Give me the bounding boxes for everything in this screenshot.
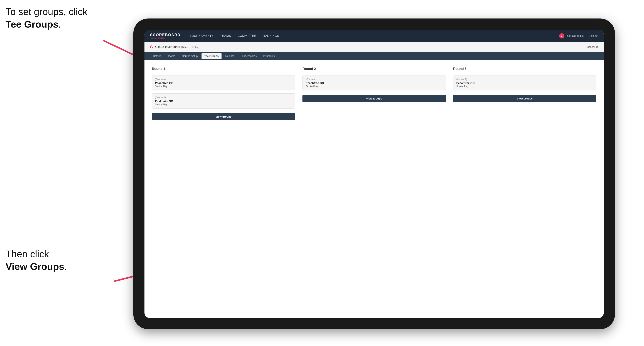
round-1-course-b-label: (Course B) [155, 96, 292, 99]
user-email: blair@clippd.io [566, 34, 584, 37]
round-1-view-groups-button[interactable]: View groups [152, 113, 295, 120]
round-2-course-a-card: (Course A) Peachtree GC Stroke Play [302, 75, 446, 90]
round-3-course-a-card: (Course A) Peachtree GC Stroke Play [453, 75, 596, 90]
instruction-bottom-line2: View Groups. [6, 260, 67, 273]
nav-logo: SCOREBOARD Powered by clippit [150, 33, 180, 39]
nav-link-committee[interactable]: COMMITTEE [238, 34, 256, 37]
round-2-view-groups-button[interactable]: View groups [302, 95, 446, 102]
tournament-title: Clippd Invitational (My... Hosting [155, 45, 587, 49]
tab-results[interactable]: Results [222, 53, 237, 59]
tab-bar: Details Teams Course Setup Tee Groups Re… [144, 52, 604, 60]
nav-logo-sub: Powered by clippit [150, 37, 180, 39]
user-avatar: B [559, 33, 564, 38]
tablet-screen: SCOREBOARD Powered by clippit TOURNAMENT… [144, 30, 604, 318]
nav-right: B blair@clippd.io | Sign out [559, 33, 598, 38]
round-3-title: Round 3 [453, 67, 596, 71]
instruction-top-line1: To set groups, click [6, 5, 88, 18]
tab-printables[interactable]: Printables [260, 53, 278, 59]
nav-link-rankings[interactable]: RANKINGS [263, 34, 279, 37]
instruction-top: To set groups, click Tee Groups. [6, 5, 88, 30]
round-3-column: Round 3 (Course A) Peachtree GC Stroke P… [453, 67, 596, 120]
instruction-bottom: Then click View Groups. [6, 248, 67, 273]
round-1-course-b-format: Stroke Play [155, 103, 292, 106]
round-1-course-b-name: East Lake GC [155, 100, 292, 103]
rounds-grid: Round 1 (Course A) Peachtree GC Stroke P… [152, 67, 596, 120]
round-1-course-a-name: Peachtree GC [155, 81, 292, 85]
round-2-title: Round 2 [302, 67, 446, 71]
nav-bar: SCOREBOARD Powered by clippit TOURNAMENT… [144, 30, 604, 42]
round-2-course-a-format: Stroke Play [306, 85, 442, 88]
instruction-top-line2: Tee Groups. [6, 18, 88, 31]
round-3-course-a-name: Peachtree GC [456, 81, 593, 85]
round-1-column: Round 1 (Course A) Peachtree GC Stroke P… [152, 67, 295, 120]
cancel-icon: ✕ [596, 45, 598, 48]
round-2-course-a-label: (Course A) [306, 78, 442, 81]
instruction-bottom-bold: View Groups [6, 261, 64, 272]
round-2-column: Round 2 (Course A) Peachtree GC Stroke P… [302, 67, 446, 120]
tablet-device: SCOREBOARD Powered by clippit TOURNAMENT… [133, 18, 615, 329]
nav-link-tournaments[interactable]: TOURNAMENTS [190, 34, 214, 37]
tab-details[interactable]: Details [150, 53, 164, 59]
round-3-course-a-label: (Course A) [456, 78, 593, 81]
sign-out-link[interactable]: Sign out [589, 34, 598, 37]
main-content: Round 1 (Course A) Peachtree GC Stroke P… [144, 60, 604, 318]
nav-divider: | [586, 34, 586, 37]
round-3-view-groups-button[interactable]: View groups [453, 95, 596, 102]
round-1-course-a-label: (Course A) [155, 78, 292, 81]
round-1-course-a-format: Stroke Play [155, 85, 292, 88]
tab-teams[interactable]: Teams [165, 53, 178, 59]
round-1-course-a-card: (Course A) Peachtree GC Stroke Play [152, 75, 295, 90]
round-1-title: Round 1 [152, 67, 295, 71]
tab-tee-groups[interactable]: Tee Groups [202, 53, 222, 59]
tab-leaderboards[interactable]: Leaderboards [238, 53, 260, 59]
nav-link-teams[interactable]: TEAMS [220, 34, 231, 37]
sub-header-logo: C [150, 45, 153, 49]
sub-header: C Clippd Invitational (My... Hosting Can… [144, 42, 604, 52]
nav-links: TOURNAMENTS TEAMS COMMITTEE RANKINGS [190, 34, 552, 37]
nav-logo-text: SCOREBOARD [150, 33, 180, 37]
round-1-course-b-card: (Course B) East Lake GC Stroke Play [152, 93, 295, 109]
cancel-button[interactable]: Cancel ✕ [587, 45, 598, 48]
instruction-bottom-line1: Then click [6, 248, 67, 260]
tab-course-setup[interactable]: Course Setup [179, 53, 201, 59]
round-2-course-a-name: Peachtree GC [306, 81, 442, 85]
round-3-course-a-format: Stroke Play [456, 85, 593, 88]
instruction-top-bold: Tee Groups [6, 19, 58, 30]
